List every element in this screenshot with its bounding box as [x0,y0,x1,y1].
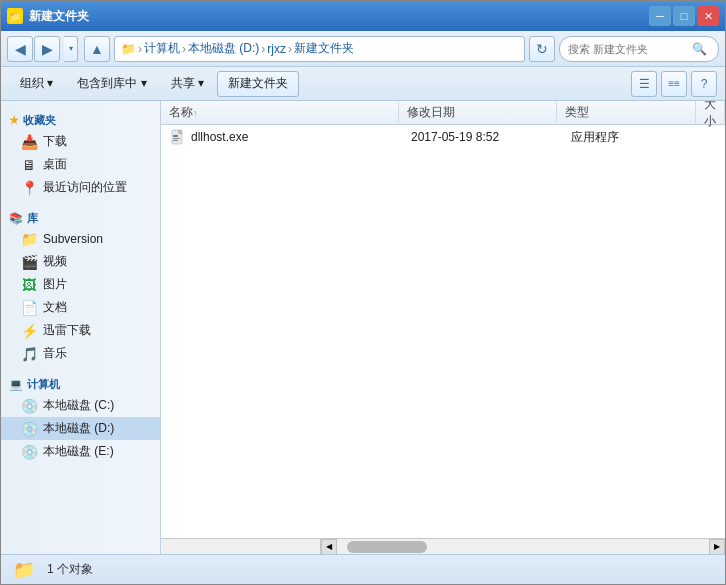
organize-button[interactable]: 组织 ▾ [9,71,64,97]
recent-icon: 📍 [21,180,37,196]
file-date-cell: 2017-05-19 8:52 [403,130,563,144]
search-bar: 🔍 [559,36,719,62]
computer-label: 计算机 [27,377,60,392]
status-bar: 📁 1 个对象 [1,554,725,584]
breadcrumb-item-1[interactable]: 计算机 [144,40,180,57]
search-input[interactable] [568,43,688,55]
column-headers: 名称 ↑ 修改日期 类型 大小 [161,101,725,125]
breadcrumb-item-4[interactable]: 新建文件夹 [294,40,354,57]
sidebar-library-header: 📚 库 [1,207,160,228]
sidebar-favorites-header: ★ 收藏夹 [1,109,160,130]
library-label: 库 [27,211,38,226]
subversion-icon: 📁 [21,231,37,247]
sidebar-item-images[interactable]: 🖼 图片 [1,273,160,296]
sidebar-item-downloads[interactable]: 📥 下载 [1,130,160,153]
sidebar-item-drive-e[interactable]: 💿 本地磁盘 (E:) [1,440,160,463]
desktop-label: 桌面 [43,156,67,173]
minimize-button[interactable]: ─ [649,6,671,26]
main-window: 📁 新建文件夹 ─ □ ✕ ◀ ▶ ▾ ▲ 📁 › 计算机 › 本地磁盘 (D:… [0,0,726,585]
sidebar-item-video[interactable]: 🎬 视频 [1,250,160,273]
col-header-type[interactable]: 类型 [557,101,696,124]
help-button[interactable]: ? [691,71,717,97]
sidebar-item-drive-d[interactable]: 💿 本地磁盘 (D:) [1,417,160,440]
sidebar-item-drive-c[interactable]: 💿 本地磁盘 (C:) [1,394,160,417]
back-button[interactable]: ◀ [7,36,33,62]
drive-e-icon: 💿 [21,444,37,460]
sidebar: ★ 收藏夹 📥 下载 🖥 桌面 📍 最近访问的位置 [1,101,161,554]
status-text: 1 个对象 [47,561,93,578]
view-details-button[interactable]: ≡≡ [661,71,687,97]
maximize-button[interactable]: □ [673,6,695,26]
toolbar-right: ☰ ≡≡ ? [631,71,717,97]
forward-button[interactable]: ▶ [34,36,60,62]
drive-d-label: 本地磁盘 (D:) [43,420,114,437]
file-list: dllhost.exe 2017-05-19 8:52 应用程序 [161,125,725,538]
file-name-cell: dllhost.exe [163,129,403,145]
file-type-cell: 应用程序 [563,129,703,146]
sidebar-section-library: 📚 库 📁 Subversion 🎬 视频 🖼 图片 📄 文档 [1,203,160,369]
toolbar: 组织 ▾ 包含到库中 ▾ 共享 ▾ 新建文件夹 ☰ ≡≡ ? [1,67,725,101]
video-label: 视频 [43,253,67,270]
sidebar-item-recent[interactable]: 📍 最近访问的位置 [1,176,160,199]
file-area: 名称 ↑ 修改日期 类型 大小 [161,101,725,554]
close-button[interactable]: ✕ [697,6,719,26]
breadcrumb-item-computer[interactable]: 📁 [121,42,136,56]
breadcrumb-item-2[interactable]: 本地磁盘 (D:) [188,40,259,57]
title-bar-left: 📁 新建文件夹 [7,8,89,25]
music-icon: 🎵 [21,346,37,362]
nav-dropdown-button[interactable]: ▾ [64,36,78,62]
thunder-label: 迅雷下载 [43,322,91,339]
sidebar-item-desktop[interactable]: 🖥 桌面 [1,153,160,176]
search-icon[interactable]: 🔍 [692,42,707,56]
drive-d-icon: 💿 [21,421,37,437]
col-header-size[interactable]: 大小 [696,101,725,124]
svg-rect-5 [173,140,178,141]
svg-rect-3 [173,135,178,137]
hscroll-right-arrow[interactable]: ▶ [709,539,725,555]
music-label: 音乐 [43,345,67,362]
up-button[interactable]: ▲ [84,36,110,62]
refresh-button[interactable]: ↻ [529,36,555,62]
breadcrumb-bar[interactable]: 📁 › 计算机 › 本地磁盘 (D:) › rjxz › 新建文件夹 [114,36,525,62]
images-icon: 🖼 [21,277,37,293]
downloads-icon: 📥 [21,134,37,150]
drive-c-icon: 💿 [21,398,37,414]
drive-e-label: 本地磁盘 (E:) [43,443,114,460]
new-folder-button[interactable]: 新建文件夹 [217,71,299,97]
status-folder-icon: 📁 [13,559,35,581]
file-item-dllhost[interactable]: dllhost.exe 2017-05-19 8:52 应用程序 [161,125,725,149]
drive-c-label: 本地磁盘 (C:) [43,397,114,414]
include-button[interactable]: 包含到库中 ▾ [66,71,157,97]
address-bar: ◀ ▶ ▾ ▲ 📁 › 计算机 › 本地磁盘 (D:) › rjxz › 新建文… [1,31,725,67]
view-toggle-button[interactable]: ☰ [631,71,657,97]
hscroll-track[interactable] [337,539,709,554]
window-icon: 📁 [7,8,23,24]
images-label: 图片 [43,276,67,293]
sidebar-item-thunder[interactable]: ⚡ 迅雷下载 [1,319,160,342]
horizontal-scrollbar[interactable]: ◀ ▶ [161,538,725,554]
hscroll-thumb[interactable] [347,541,427,553]
sidebar-section-favorites: ★ 收藏夹 📥 下载 🖥 桌面 📍 最近访问的位置 [1,105,160,203]
breadcrumb-item-3[interactable]: rjxz [267,42,286,56]
docs-icon: 📄 [21,300,37,316]
exe-file-icon [171,129,187,145]
desktop-icon: 🖥 [21,157,37,173]
subversion-label: Subversion [43,232,103,246]
window-title: 新建文件夹 [29,8,89,25]
computer-icon: 💻 [9,378,23,391]
sidebar-item-docs[interactable]: 📄 文档 [1,296,160,319]
downloads-label: 下载 [43,133,67,150]
col-header-name[interactable]: 名称 ↑ [161,101,399,124]
library-icon: 📚 [9,212,23,225]
col-header-date[interactable]: 修改日期 [399,101,558,124]
share-button[interactable]: 共享 ▾ [160,71,215,97]
svg-rect-4 [173,138,180,139]
thunder-icon: ⚡ [21,323,37,339]
sidebar-item-subversion[interactable]: 📁 Subversion [1,228,160,250]
sidebar-item-music[interactable]: 🎵 音乐 [1,342,160,365]
video-icon: 🎬 [21,254,37,270]
docs-label: 文档 [43,299,67,316]
sidebar-section-computer: 💻 计算机 💿 本地磁盘 (C:) 💿 本地磁盘 (D:) 💿 本地磁盘 (E:… [1,369,160,467]
hscroll-left-arrow[interactable]: ◀ [321,539,337,555]
star-icon: ★ [9,114,19,127]
